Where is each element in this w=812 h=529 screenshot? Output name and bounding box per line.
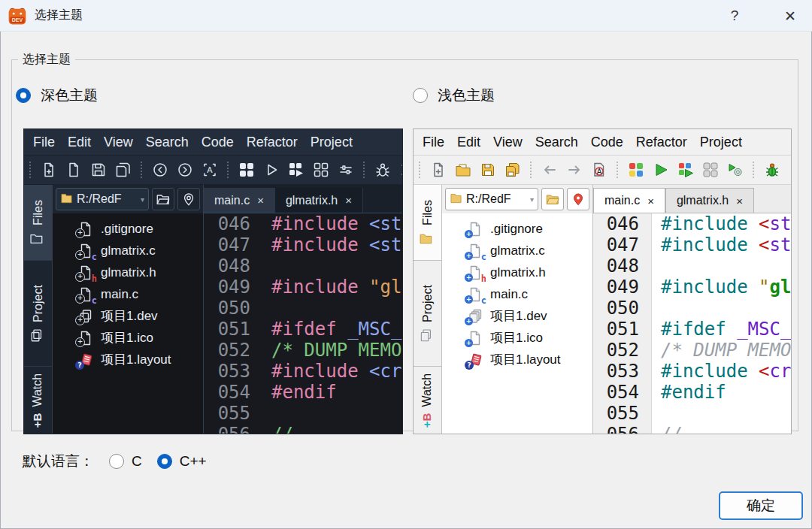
language-cpp-radio[interactable]: [157, 454, 172, 469]
language-option-c[interactable]: C: [109, 453, 142, 470]
svg-text:DEV: DEV: [12, 17, 23, 23]
code-line: 051#ifdef _MSC_V: [204, 319, 402, 340]
menu-bar: FileEditViewSearchCodeRefactorProject: [414, 129, 791, 156]
page-plus-icon: +: [468, 222, 483, 237]
editor-tab-glmatrix.h: glmatrix.h×: [275, 188, 363, 213]
menu-refactor: Refactor: [636, 135, 687, 150]
nav-forward-icon: [175, 161, 194, 180]
file-panel: R:/RedF▾+.gitignore+cglmatrix.c+hglmatri…: [53, 185, 204, 434]
editor: main.c×glmatrix.h×046#include <std047#in…: [204, 185, 402, 434]
language-c-radio[interactable]: [109, 454, 124, 469]
ok-button[interactable]: 确定: [719, 491, 803, 520]
rebuild-icon: [701, 161, 720, 180]
editor-tab-bar: main.c×glmatrix.h×: [593, 185, 791, 213]
code-line: 055: [593, 403, 791, 424]
menu-bar: FileEditViewSearchCodeRefactorProject: [24, 129, 402, 156]
code-line: 046#include <std: [593, 213, 791, 234]
editor: main.c×glmatrix.h×046#include <std047#in…: [593, 185, 791, 434]
light-theme-radio[interactable]: [413, 88, 428, 103]
save-icon: [89, 161, 108, 180]
menu-view: View: [104, 135, 133, 150]
code-line: 053#include <crt: [204, 361, 402, 382]
toolbar-grip: [141, 162, 142, 178]
sidebar-tab-files: Files: [24, 185, 52, 261]
menu-project: Project: [311, 135, 353, 150]
chevron-down-icon: ▾: [530, 195, 534, 204]
format-icon: [398, 161, 403, 180]
debug-icon: [373, 161, 392, 180]
layout-question-icon: ?: [468, 352, 483, 367]
code-line: 049#include "glm: [593, 277, 791, 298]
project-pages-icon: [419, 328, 436, 342]
new-file-icon: [39, 161, 58, 180]
dark-theme-label: 深色主题: [41, 86, 98, 105]
page-plus-icon: +: [468, 331, 483, 346]
toolbar: A: [24, 156, 402, 185]
toolbar: A: [414, 156, 791, 185]
code-line: 048: [593, 255, 791, 277]
folder-path-value: R:/RedF: [77, 192, 137, 206]
select-theme-dialog: DEV 选择主题 ? ✕ 选择主题 深色主题 浅色主题 FileEditView…: [0, 0, 812, 529]
toolbar-grip: [753, 162, 754, 178]
file-item: +cmain.c: [53, 283, 203, 305]
dark-theme-preview[interactable]: FileEditViewSearchCodeRefactorProjectAFi…: [23, 128, 403, 434]
find-in-files-icon: A: [589, 161, 608, 180]
title-bar: DEV 选择主题 ? ✕: [0, 0, 812, 32]
menu-search: Search: [146, 135, 189, 150]
file-item: +cmain.c: [442, 283, 592, 305]
language-c-label: C: [132, 453, 142, 470]
svg-text:A: A: [596, 168, 601, 176]
file-panel: R:/RedF▾+.gitignore+cglmatrix.c+hglmatri…: [442, 185, 593, 434]
light-theme-preview[interactable]: FileEditViewSearchCodeRefactorProjectAFi…: [413, 128, 792, 434]
page-plus-icon: +: [78, 331, 93, 346]
save-all-icon: [114, 161, 132, 180]
close-tab-icon: ×: [257, 194, 264, 207]
project-pages-icon: [29, 328, 47, 342]
layout-question-icon: ?: [78, 352, 93, 367]
toolbar-grip: [29, 162, 31, 178]
code-line: 052/* DUMP MEMOR: [204, 340, 402, 361]
sidebar-tab-strip: FilesProject+BWatch: [414, 185, 442, 434]
code-line: 050: [204, 298, 402, 319]
open-folder-button: [541, 188, 564, 210]
locate-pin-button: [567, 188, 589, 210]
default-language-row: 默认语言： C C++: [23, 449, 207, 474]
sidebar-tab-project: Project: [24, 261, 52, 367]
page-c-icon: +c: [78, 287, 93, 302]
ide-body: FilesProject+BWatchR:/RedF▾+.gitignore+c…: [24, 185, 402, 434]
folder-path-combo: R:/RedF▾: [445, 188, 538, 210]
file-item: +.gitignore: [53, 218, 203, 240]
code-area: 046#include <std047#include <std048049#i…: [593, 213, 791, 434]
dark-theme-radio[interactable]: [16, 88, 31, 103]
app-icon: DEV: [8, 6, 27, 26]
pages-plus-icon: +: [78, 309, 93, 324]
code-line: 053#include <crt: [593, 361, 791, 382]
code-line: 052/* DUMP MEMOR: [593, 340, 791, 361]
code-line: 049#include "glm: [204, 277, 402, 298]
compile-options-icon: [336, 161, 355, 180]
help-button[interactable]: ?: [723, 5, 746, 27]
file-item: ?项目1.layout: [442, 349, 592, 370]
sidebar-tab-watch: +BWatch: [414, 367, 441, 434]
page-c-icon: +c: [468, 243, 483, 258]
close-tab-icon: ×: [345, 194, 352, 207]
menu-refactor: Refactor: [247, 135, 298, 150]
dark-theme-option[interactable]: 深色主题: [16, 86, 98, 105]
code-line: 056//: [593, 424, 791, 434]
file-item: +项目1.dev: [442, 305, 592, 327]
close-button[interactable]: ✕: [779, 5, 801, 27]
compile-icon: [626, 161, 645, 180]
folder-icon: [419, 231, 436, 245]
save-icon: [478, 161, 497, 180]
code-line: 051#ifdef _MSC_V: [593, 319, 791, 340]
open-folder-button: [152, 188, 174, 210]
code-line: 054#endif: [593, 382, 791, 403]
code-area: 046#include <std047#include <std048049#i…: [204, 213, 402, 434]
ide-body: FilesProject+BWatchR:/RedF▾+.gitignore+c…: [414, 185, 791, 434]
light-theme-option[interactable]: 浅色主题: [413, 86, 495, 105]
default-language-label: 默认语言：: [23, 452, 94, 471]
language-option-cpp[interactable]: C++: [157, 453, 207, 470]
language-cpp-label: C++: [180, 453, 207, 470]
window-title: 选择主题: [35, 8, 83, 23]
watch-b-icon: +B: [421, 413, 435, 428]
